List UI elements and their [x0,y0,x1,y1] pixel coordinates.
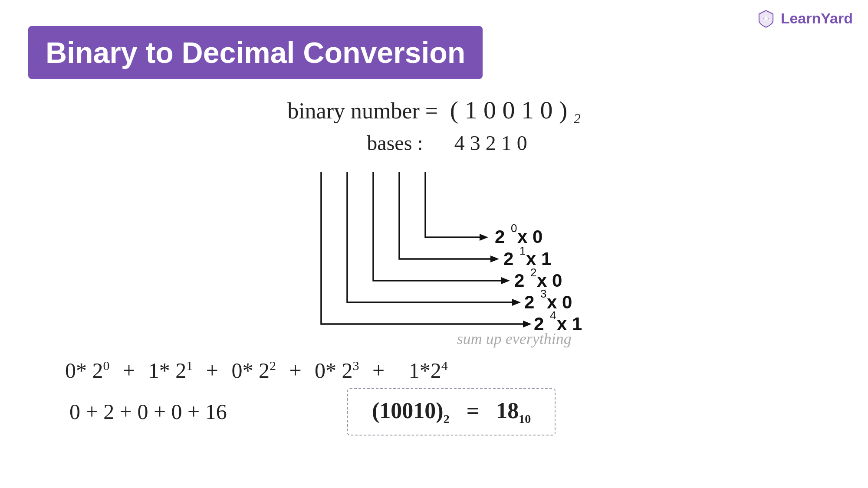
plus1: + [118,358,141,383]
formula-term1: 0* 20 [65,358,110,383]
svg-text:x 1: x 1 [526,249,551,269]
learnyard-icon [756,8,776,29]
logo-text: LearnYard [781,10,853,27]
learnyard-logo: LearnYard [756,8,853,29]
result-binary: (10010)2 [372,398,450,423]
svg-text:1: 1 [519,244,526,257]
svg-marker-1 [523,321,532,328]
svg-text:2: 2 [530,266,536,279]
svg-text:2: 2 [503,249,513,269]
bases-values: 4 3 2 1 0 [454,131,527,154]
svg-text:0: 0 [511,222,517,235]
formula-term2: 1* 21 [148,358,193,383]
bases-label: bases : [367,131,423,154]
bracket-diagram: 2 0 x 0 2 1 x 1 2 2 x 0 2 3 x 0 2 4 x 1 [282,168,586,333]
result-box: (10010)2 = 1810 [347,388,556,436]
svg-text:3: 3 [540,287,546,300]
svg-marker-5 [480,234,488,241]
svg-point-0 [764,16,768,20]
main-content: binary number = ( 1 0 0 1 0 ) 2 bases : … [0,95,868,341]
svg-text:4: 4 [550,309,556,322]
formula-line: 0* 20 + 1* 21 + 0* 22 + 0* 23 + 1*24 [65,358,448,383]
result-equals: = [455,398,491,423]
svg-text:2: 2 [514,270,524,291]
binary-label: binary number = [287,98,444,123]
bases-line: bases : 4 3 2 1 0 [0,131,868,155]
sum-line: 0 + 2 + 0 + 0 + 16 [69,399,227,424]
binary-value: ( 1 0 0 1 0 ) [444,96,574,124]
svg-text:x 0: x 0 [517,226,542,247]
diagram-area: 2 0 x 0 2 1 x 1 2 2 x 0 2 3 x 0 2 4 x 1 [0,168,868,341]
page-title: Binary to Decimal Conversion [46,36,465,69]
plus2: + [201,358,224,383]
svg-marker-4 [490,255,499,262]
formula-term3: 0* 22 [231,358,276,383]
result-decimal: 1810 [496,398,531,423]
plus3: + [284,358,307,383]
formula-term5: 1*24 [398,358,448,383]
formula-term4: 0* 23 [315,358,359,383]
sum-up-label: sum up everything [457,330,572,348]
binary-subscript: 2 [574,111,581,126]
svg-text:2: 2 [524,292,534,312]
plus4: + [367,358,390,383]
svg-text:2: 2 [495,226,505,247]
binary-number-line: binary number = ( 1 0 0 1 0 ) 2 [0,95,868,127]
svg-marker-2 [512,299,521,306]
title-box: Binary to Decimal Conversion [28,26,483,79]
svg-marker-3 [501,277,510,284]
